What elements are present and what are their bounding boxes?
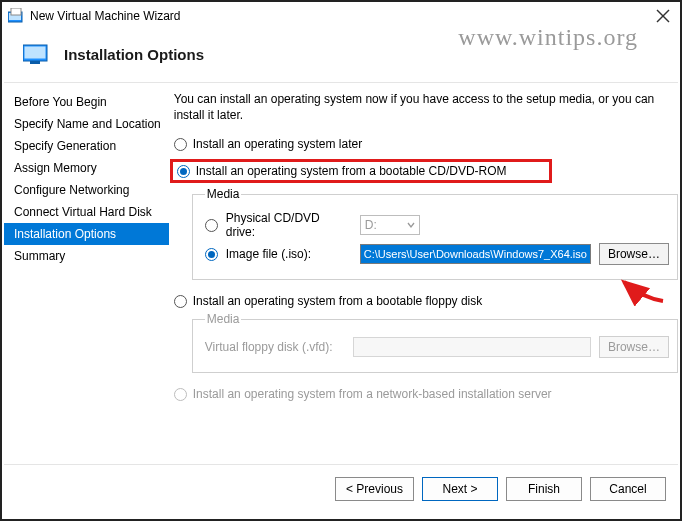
- finish-button[interactable]: Finish: [506, 477, 582, 501]
- window-title: New Virtual Machine Wizard: [30, 9, 656, 23]
- chevron-down-icon: [407, 221, 415, 229]
- image-file-label: Image file (.iso):: [226, 247, 352, 261]
- step-specify-name-location[interactable]: Specify Name and Location: [4, 113, 169, 135]
- physical-drive-select: D:: [360, 215, 420, 235]
- step-specify-generation[interactable]: Specify Generation: [4, 135, 169, 157]
- next-button[interactable]: Next >: [422, 477, 498, 501]
- svg-rect-7: [30, 61, 40, 64]
- steps-list: Before You Begin Specify Name and Locati…: [4, 83, 169, 464]
- previous-button[interactable]: < Previous: [335, 477, 414, 501]
- step-installation-options[interactable]: Installation Options: [4, 223, 169, 245]
- step-connect-virtual-hard-disk[interactable]: Connect Virtual Hard Disk: [4, 201, 169, 223]
- step-configure-networking[interactable]: Configure Networking: [4, 179, 169, 201]
- svg-rect-2: [11, 8, 21, 15]
- media-legend: Media: [205, 187, 242, 201]
- step-summary[interactable]: Summary: [4, 245, 169, 267]
- vfd-path-input: [353, 337, 591, 357]
- radio-icon[interactable]: [177, 165, 190, 178]
- radio-icon[interactable]: [174, 138, 187, 151]
- media-group: Media Physical CD/DVD drive: D: Image fi…: [192, 187, 678, 280]
- physical-drive-value: D:: [365, 218, 377, 232]
- option-install-network[interactable]: Install an operating system from a netwo…: [174, 387, 678, 401]
- browse-iso-button[interactable]: Browse…: [599, 243, 669, 265]
- step-before-you-begin[interactable]: Before You Begin: [4, 91, 169, 113]
- option-install-later[interactable]: Install an operating system later: [174, 137, 678, 151]
- radio-icon[interactable]: [174, 295, 187, 308]
- radio-icon: [174, 388, 187, 401]
- cancel-button[interactable]: Cancel: [590, 477, 666, 501]
- option-install-floppy[interactable]: Install an operating system from a boota…: [174, 294, 678, 308]
- wizard-window: New Virtual Machine Wizard www.wintips.o…: [4, 4, 678, 517]
- option-label: Install an operating system from a boota…: [193, 294, 483, 308]
- image-file-path-input[interactable]: C:\Users\User\Downloads\Windows7_X64.iso: [360, 244, 591, 264]
- vfd-label: Virtual floppy disk (.vfd):: [205, 340, 345, 354]
- step-assign-memory[interactable]: Assign Memory: [4, 157, 169, 179]
- physical-drive-label: Physical CD/DVD drive:: [226, 211, 352, 239]
- vm-wizard-icon: [8, 8, 24, 24]
- radio-physical-drive[interactable]: [205, 219, 218, 232]
- page-title: Installation Options: [64, 46, 204, 63]
- option-label: Install an operating system later: [193, 137, 362, 151]
- highlight-box: Install an operating system from a boota…: [170, 159, 552, 183]
- wizard-header: Installation Options: [4, 26, 678, 82]
- option-install-cddvd[interactable]: Install an operating system from a boota…: [196, 164, 507, 178]
- titlebar: New Virtual Machine Wizard: [4, 4, 678, 26]
- monitor-icon: [20, 40, 54, 68]
- option-label: Install an operating system from a netwo…: [193, 387, 552, 401]
- main-panel: You can install an operating system now …: [169, 83, 678, 464]
- browse-vfd-button: Browse…: [599, 336, 669, 358]
- media-legend: Media: [205, 312, 242, 326]
- footer-buttons: < Previous Next > Finish Cancel: [4, 464, 678, 517]
- floppy-media-group: Media Virtual floppy disk (.vfd): Browse…: [192, 312, 678, 373]
- svg-rect-6: [25, 47, 46, 59]
- close-icon[interactable]: [656, 9, 670, 23]
- instruction-text: You can install an operating system now …: [174, 91, 678, 123]
- radio-image-file[interactable]: [205, 248, 218, 261]
